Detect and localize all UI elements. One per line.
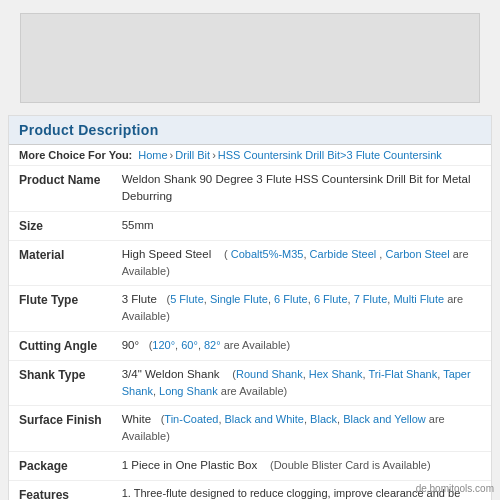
- label-surface-finish: Surface Finish: [9, 406, 112, 452]
- breadcrumb-hss[interactable]: HSS Countersink Drill Bit>3 Flute Counte…: [218, 149, 442, 161]
- row-shank-type: Shank Type 3/4" Weldon Shank (Round Shan…: [9, 360, 491, 406]
- row-surface-finish: Surface Finish White (Tin-Coated, Black …: [9, 406, 491, 452]
- label-features: Features: [9, 480, 112, 500]
- breadcrumb: More Choice For You: Home › Drill Bit › …: [9, 145, 491, 166]
- label-package: Package: [9, 451, 112, 480]
- flute-main: 3 Flute: [122, 293, 157, 305]
- angle-main: 90°: [122, 339, 139, 351]
- breadcrumb-label: More Choice For You:: [19, 149, 132, 161]
- label-cutting-angle: Cutting Angle: [9, 331, 112, 360]
- product-image-placeholder: [20, 13, 480, 103]
- label-flute-type: Flute Type: [9, 286, 112, 332]
- product-table: Product Name Weldon Shank 90 Degree 3 Fl…: [9, 166, 491, 500]
- section-title: Product Description: [9, 116, 491, 145]
- package-main: 1 Piece in One Plastic Box: [122, 459, 258, 471]
- label-shank-type: Shank Type: [9, 360, 112, 406]
- row-size: Size 55mm: [9, 211, 491, 240]
- breadcrumb-drill-bit[interactable]: Drill Bit: [175, 149, 210, 161]
- row-cutting-angle: Cutting Angle 90° (120°, 60°, 82° are Av…: [9, 331, 491, 360]
- value-size: 55mm: [112, 211, 491, 240]
- label-size: Size: [9, 211, 112, 240]
- value-cutting-angle: 90° (120°, 60°, 82° are Available): [112, 331, 491, 360]
- row-package: Package 1 Piece in One Plastic Box (Doub…: [9, 451, 491, 480]
- value-package: 1 Piece in One Plastic Box (Double Blist…: [112, 451, 491, 480]
- watermark: de.bomitools.com: [416, 483, 494, 494]
- material-main: High Speed Steel: [122, 248, 212, 260]
- row-material: Material High Speed Steel ( Cobalt5%-M35…: [9, 240, 491, 286]
- size-text: 55mm: [122, 219, 154, 231]
- value-surface-finish: White (Tin-Coated, Black and White, Blac…: [112, 406, 491, 452]
- surface-main: White: [122, 413, 151, 425]
- main-container: Product Description More Choice For You:…: [8, 115, 492, 500]
- angle-options: (120°, 60°, 82° are Available): [149, 339, 290, 351]
- package-options: (Double Blister Card is Available): [270, 459, 431, 471]
- value-product-name: Weldon Shank 90 Degree 3 Flute HSS Count…: [112, 166, 491, 211]
- flute-options: (5 Flute, Single Flute, 6 Flute, 6 Flute…: [122, 293, 463, 322]
- label-product-name: Product Name: [9, 166, 112, 211]
- label-material: Material: [9, 240, 112, 286]
- breadcrumb-sep2: ›: [212, 149, 216, 161]
- product-name-text: Weldon Shank 90 Degree 3 Flute HSS Count…: [122, 173, 471, 202]
- value-material: High Speed Steel ( Cobalt5%-M35, Carbide…: [112, 240, 491, 286]
- value-shank-type: 3/4" Weldon Shank (Round Shank, Hex Shan…: [112, 360, 491, 406]
- top-bar: [0, 0, 500, 115]
- surface-options: (Tin-Coated, Black and White, Black, Bla…: [122, 413, 445, 442]
- value-flute-type: 3 Flute (5 Flute, Single Flute, 6 Flute,…: [112, 286, 491, 332]
- row-product-name: Product Name Weldon Shank 90 Degree 3 Fl…: [9, 166, 491, 211]
- shank-main: 3/4" Weldon Shank: [122, 368, 220, 380]
- row-flute-type: Flute Type 3 Flute (5 Flute, Single Flut…: [9, 286, 491, 332]
- breadcrumb-sep1: ›: [170, 149, 174, 161]
- breadcrumb-home[interactable]: Home: [138, 149, 167, 161]
